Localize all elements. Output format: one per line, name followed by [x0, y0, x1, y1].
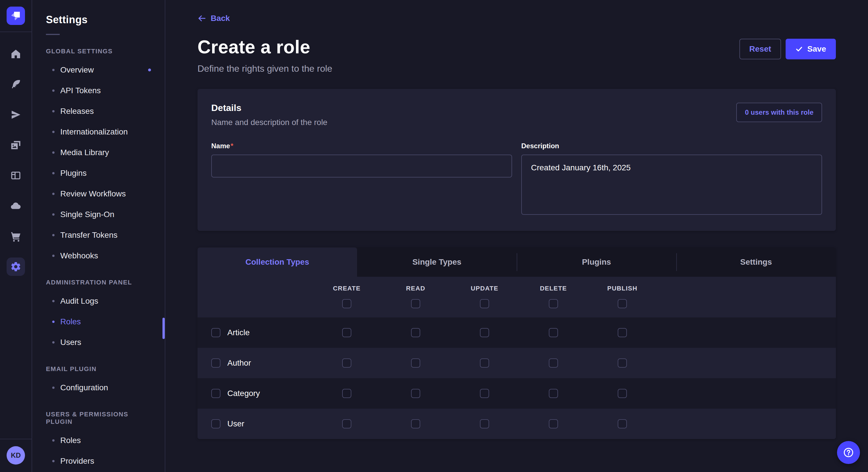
page-title: Create a role [197, 36, 332, 58]
sidebar-item-users[interactable]: Users [32, 332, 165, 353]
bullet-icon [52, 193, 55, 195]
sidebar-item-configuration[interactable]: Configuration [32, 377, 165, 398]
sidebar-item-label: Internationalization [60, 127, 128, 136]
row-label: Category [227, 389, 260, 398]
save-button[interactable]: Save [786, 39, 836, 59]
bullet-icon [52, 255, 55, 257]
description-textarea[interactable] [521, 155, 822, 215]
sidebar-item-label: Users [60, 338, 81, 347]
sidebar-item-label: Single Sign-On [60, 210, 114, 219]
users-with-role-button[interactable]: 0 users with this role [736, 103, 822, 122]
author-publish-checkbox[interactable] [618, 359, 627, 368]
content-type-builder-icon[interactable] [7, 166, 25, 185]
sidebar-item-label: Webhooks [60, 251, 98, 260]
select-row-author-checkbox[interactable] [211, 359, 220, 368]
sidebar-item-single-sign-on[interactable]: Single Sign-On [32, 204, 165, 225]
category-create-checkbox[interactable] [342, 389, 351, 398]
deploy-cloud-icon[interactable] [7, 197, 25, 215]
name-field-label: Name* [211, 142, 512, 150]
column-header-create: CREATE [312, 285, 381, 292]
sidebar-item-roles[interactable]: Roles [32, 430, 165, 451]
author-read-checkbox[interactable] [411, 359, 420, 368]
sidebar-item-review-workflows[interactable]: Review Workflows [32, 183, 165, 204]
column-header-update: UPDATE [450, 285, 519, 292]
user-update-checkbox[interactable] [480, 419, 489, 429]
avatar[interactable]: KD [7, 446, 25, 465]
name-input[interactable] [211, 155, 512, 177]
user-publish-checkbox[interactable] [618, 419, 627, 429]
category-delete-checkbox[interactable] [549, 389, 558, 398]
content-type-builder-icon [10, 170, 22, 181]
details-title: Details [211, 103, 328, 113]
select-row-category-checkbox[interactable] [211, 389, 220, 398]
tab-plugins[interactable]: Plugins [517, 247, 676, 277]
article-publish-checkbox[interactable] [618, 328, 627, 337]
media-library-icon[interactable] [7, 136, 25, 154]
select-all-update-checkbox[interactable] [480, 299, 489, 308]
settings-gear-icon[interactable] [7, 258, 25, 276]
subnav-section: ADMINISTRATION PANELAudit LogsRolesUsers [32, 279, 165, 353]
tab-single-types[interactable]: Single Types [357, 247, 517, 277]
sidebar-item-plugins[interactable]: Plugins [32, 163, 165, 183]
article-update-checkbox[interactable] [480, 328, 489, 337]
header-actions: Reset Save [739, 39, 836, 59]
article-delete-checkbox[interactable] [549, 328, 558, 337]
row-label: User [227, 419, 244, 429]
select-all-delete-checkbox[interactable] [549, 299, 558, 308]
sidebar-item-internationalization[interactable]: Internationalization [32, 122, 165, 142]
select-all-publish-checkbox[interactable] [618, 299, 627, 308]
reset-button[interactable]: Reset [739, 39, 781, 59]
subnav-section: GLOBAL SETTINGSOverviewAPI TokensRelease… [32, 47, 165, 266]
sidebar-item-webhooks[interactable]: Webhooks [32, 245, 165, 266]
tab-collection-types[interactable]: Collection Types [197, 247, 357, 277]
user-read-checkbox[interactable] [411, 419, 420, 429]
bullet-icon [52, 234, 55, 236]
rail-divider [0, 439, 32, 439]
subnav-title: Settings [32, 14, 165, 26]
description-field-label: Description [521, 142, 822, 150]
author-create-checkbox[interactable] [342, 359, 351, 368]
sidebar-item-releases[interactable]: Releases [32, 101, 165, 122]
category-publish-checkbox[interactable] [618, 389, 627, 398]
permissions-column-headers: CREATEREADUPDATEDELETEPUBLISH [197, 277, 836, 292]
select-row-article-checkbox[interactable] [211, 328, 220, 337]
select-all-read-checkbox[interactable] [411, 299, 420, 308]
sidebar-item-overview[interactable]: Overview [32, 60, 165, 80]
bullet-icon [52, 131, 55, 133]
subnav-section-label: EMAIL PLUGIN [32, 365, 165, 373]
subnav-scrollbar-thumb[interactable] [162, 318, 165, 339]
category-read-checkbox[interactable] [411, 389, 420, 398]
help-button[interactable] [837, 441, 860, 464]
marketplace-cart-icon [10, 231, 22, 242]
sidebar-item-api-tokens[interactable]: API Tokens [32, 80, 165, 101]
bullet-icon [52, 321, 55, 323]
sidebar-item-roles[interactable]: Roles [32, 311, 165, 332]
author-delete-checkbox[interactable] [549, 359, 558, 368]
home-icon[interactable] [7, 45, 25, 63]
user-delete-checkbox[interactable] [549, 419, 558, 429]
strapi-logo[interactable] [7, 7, 25, 25]
select-row-user-checkbox[interactable] [211, 419, 220, 429]
back-label: Back [211, 14, 230, 23]
sidebar-item-label: Roles [60, 436, 81, 445]
tab-settings[interactable]: Settings [676, 247, 836, 277]
marketplace-cart-icon[interactable] [7, 227, 25, 245]
sidebar-item-label: Configuration [60, 383, 108, 392]
permissions-card: Collection TypesSingle TypesPluginsSetti… [197, 247, 836, 439]
back-link[interactable]: Back [197, 14, 230, 23]
sidebar-item-providers[interactable]: Providers [32, 451, 165, 471]
user-create-checkbox[interactable] [342, 419, 351, 429]
release-send-icon[interactable] [7, 105, 25, 124]
author-update-checkbox[interactable] [480, 359, 489, 368]
sidebar-item-media-library[interactable]: Media Library [32, 142, 165, 163]
article-create-checkbox[interactable] [342, 328, 351, 337]
tab-label: Single Types [412, 258, 462, 267]
select-all-create-checkbox[interactable] [342, 299, 351, 308]
sidebar-item-audit-logs[interactable]: Audit Logs [32, 291, 165, 311]
content-manager-icon[interactable] [7, 75, 25, 94]
article-read-checkbox[interactable] [411, 328, 420, 337]
tab-label: Settings [740, 258, 772, 267]
strapi-admin-app: KD Settings GLOBAL SETTINGSOverviewAPI T… [0, 0, 868, 472]
sidebar-item-transfer-tokens[interactable]: Transfer Tokens [32, 225, 165, 245]
category-update-checkbox[interactable] [480, 389, 489, 398]
